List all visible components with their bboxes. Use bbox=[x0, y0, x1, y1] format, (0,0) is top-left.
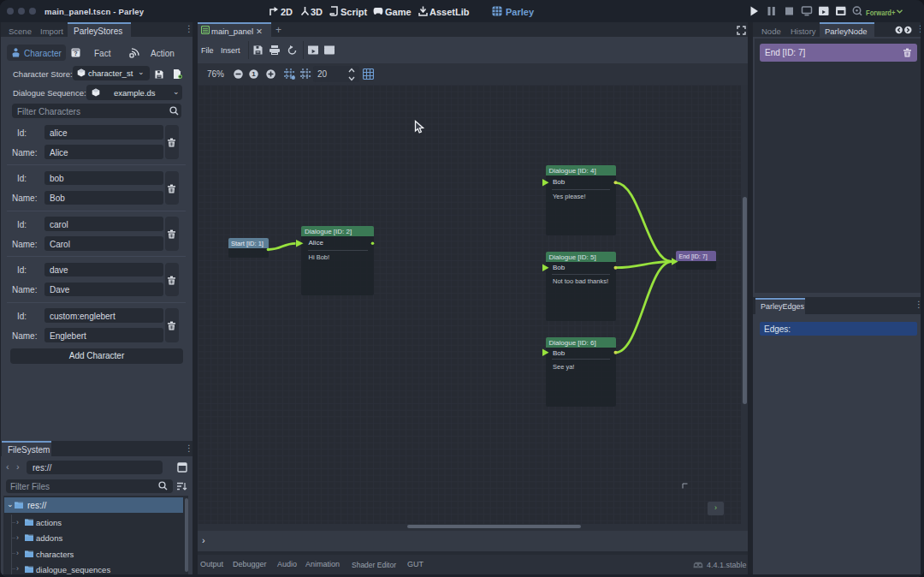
svg-text:?: ? bbox=[74, 51, 77, 57]
svg-text:1: 1 bbox=[252, 70, 256, 78]
